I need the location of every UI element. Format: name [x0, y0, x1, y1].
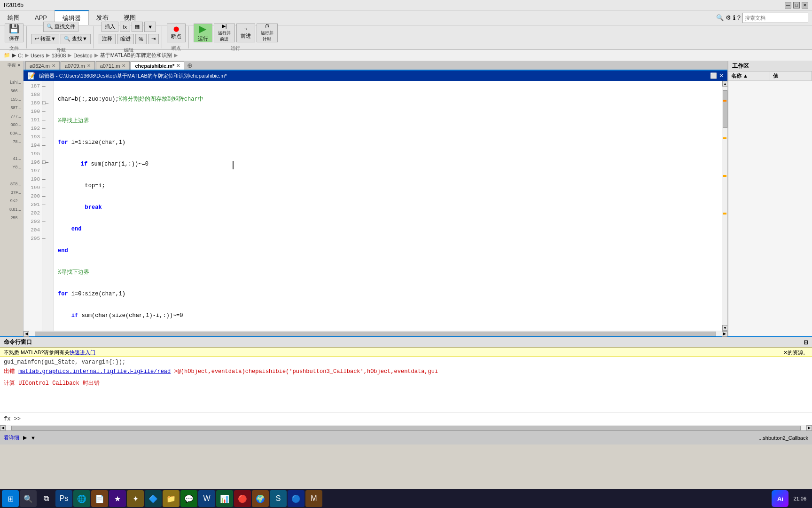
- comment2-button[interactable]: %: [135, 34, 147, 44]
- code-editor[interactable]: 187 188 189 190 191 192 193 194 195 196 …: [23, 81, 727, 331]
- close-button[interactable]: ✕: [802, 2, 808, 8]
- command-expand-button[interactable]: ⊡: [804, 339, 808, 346]
- taskbar-chat[interactable]: 💬: [180, 490, 197, 507]
- taskbar-taskview[interactable]: ⧉: [38, 490, 55, 507]
- editor-scrollbar[interactable]: ▲ ▼: [722, 81, 727, 331]
- editor-collapse-button[interactable]: ⬜: [710, 72, 717, 79]
- cmd-scroll-thumb[interactable]: [11, 426, 801, 430]
- status-detail-link[interactable]: 看详细: [4, 434, 19, 441]
- breadcrumb-desktop[interactable]: Desktop: [73, 53, 92, 58]
- sidebar-label-78: 78...: [0, 137, 23, 146]
- tab-a0711[interactable]: a0711.m ✕: [96, 61, 130, 70]
- command-info-text2: 的资源。: [788, 349, 808, 356]
- breadcrumb-c[interactable]: C:: [18, 53, 23, 58]
- taskbar-docs[interactable]: 📄: [91, 490, 108, 507]
- search-input[interactable]: [742, 13, 808, 23]
- cmd-error-link[interactable]: matlab.graphics.internal.figfile.FigFile…: [18, 368, 171, 375]
- editor-close-title-button[interactable]: ✕: [719, 72, 724, 79]
- scrollbar-thumb[interactable]: [723, 90, 727, 128]
- code-content[interactable]: char=b(:,zuo:you);%将分割好的图存放到矩阵char中 %寻找上…: [54, 81, 722, 331]
- taskbar-app4[interactable]: 🔵: [288, 490, 304, 507]
- taskbar-excel[interactable]: 📊: [216, 490, 233, 507]
- command-info-link[interactable]: 快速进入门: [70, 349, 95, 356]
- tab-label-a0624: a0624.m: [30, 63, 50, 69]
- command-input[interactable]: [23, 416, 808, 422]
- options-button[interactable]: ▼: [144, 22, 156, 32]
- taskbar-app2[interactable]: 🔴: [234, 490, 251, 507]
- indent2-button[interactable]: ⇥: [148, 34, 159, 44]
- breadcrumb-project[interactable]: 基于MATLAB的车牌定位和识别: [100, 52, 172, 59]
- scroll-up-arrow[interactable]: ▲: [722, 81, 727, 87]
- insert-button[interactable]: 插入: [102, 22, 118, 32]
- status-right: ...shbutton2_Callback: [758, 435, 808, 441]
- h-scroll-thumb[interactable]: [35, 332, 716, 336]
- indent-button[interactable]: 缩进: [117, 34, 134, 44]
- help-icon[interactable]: 🔍: [716, 14, 724, 21]
- close-tab-a0624[interactable]: ✕: [52, 63, 55, 68]
- cmd-scroll-left[interactable]: ◀: [0, 425, 6, 431]
- breadcrumb-13608[interactable]: 13608: [52, 53, 66, 58]
- workspace-col-value[interactable]: 值: [770, 71, 812, 80]
- horizontal-scrollbar[interactable]: ◀ ▶: [23, 331, 727, 336]
- start-button[interactable]: ⊞: [2, 490, 19, 507]
- close-tab-a0711[interactable]: ✕: [122, 63, 125, 68]
- taskbar-chrome[interactable]: 🌍: [252, 490, 269, 507]
- breakpoint-button[interactable]: ⬤ 断点: [167, 24, 186, 42]
- run-time-button[interactable]: ⏱ 运行并计时: [257, 24, 278, 42]
- fx-button[interactable]: fx: [120, 22, 131, 32]
- format-button[interactable]: ▦: [132, 22, 143, 32]
- add-tab-button[interactable]: ⊕: [185, 62, 195, 69]
- tab-a0709[interactable]: a0709.m ✕: [61, 61, 95, 70]
- settings-icon[interactable]: ⚙: [726, 14, 731, 21]
- code-line-192: break: [58, 203, 718, 212]
- command-content[interactable]: gui_mainfcn(gui_State, varargin{:}); 出错 …: [0, 357, 812, 413]
- tab-a0624[interactable]: a0624.m ✕: [25, 61, 60, 70]
- toolbar-group-breakpoint: ⬤ 断点 断点: [164, 26, 189, 48]
- h-scroll-left[interactable]: ◀: [23, 331, 29, 337]
- taskbar-app3[interactable]: S: [270, 490, 287, 507]
- toolbar-row-file: 💾 保存: [5, 24, 23, 42]
- workspace-col-name[interactable]: 名称 ▲: [728, 71, 770, 80]
- breadcrumb-users[interactable]: Users: [31, 53, 44, 58]
- taskbar-star[interactable]: ★: [109, 490, 126, 507]
- tab-chepaishibie[interactable]: chepaishibie.m* ✕: [131, 61, 184, 70]
- command-info-close[interactable]: ✕: [783, 349, 788, 356]
- taskbar-browser[interactable]: 🌐: [73, 490, 90, 507]
- minimize-button[interactable]: —: [785, 2, 791, 8]
- taskbar-word[interactable]: W: [198, 490, 215, 507]
- menu-item-draw[interactable]: 绘图: [0, 10, 27, 25]
- workspace-columns: 名称 ▲ 值: [728, 71, 812, 81]
- maximize-button[interactable]: □: [793, 2, 800, 8]
- editor-tabs-bar: a0624.m ✕ a0709.m ✕ a0711.m ✕ chepaishib…: [23, 61, 727, 71]
- question-icon[interactable]: ?: [737, 14, 741, 21]
- close-tab-chepaishibie[interactable]: ✕: [176, 63, 180, 68]
- advance-button[interactable]: → 前进: [236, 24, 255, 42]
- info-icon[interactable]: ℹ: [733, 14, 735, 21]
- run-button[interactable]: ▶ 运行: [194, 24, 212, 42]
- close-tab-a0709[interactable]: ✕: [87, 63, 91, 68]
- sidebar-label-41: 41...: [0, 154, 23, 163]
- taskbar-search[interactable]: 🔍: [20, 490, 37, 507]
- save-button[interactable]: 💾 保存: [5, 24, 23, 42]
- comment-button[interactable]: 注释: [99, 34, 116, 44]
- cmd-scroll-right[interactable]: ▶: [806, 425, 812, 431]
- status-expand[interactable]: ▼: [31, 435, 36, 441]
- sidebar-label-777: 777...: [0, 112, 23, 120]
- find-file-button[interactable]: 🔍 查找文件: [43, 22, 78, 32]
- taskbar-app1[interactable]: 🔷: [145, 490, 162, 507]
- sidebar-label-library[interactable]: 字库 ▼: [0, 61, 23, 70]
- taskbar-matlab-icon[interactable]: ✦: [127, 490, 144, 507]
- scroll-down-arrow[interactable]: ▼: [722, 325, 727, 331]
- goto-button[interactable]: ↩ 转至▼: [31, 34, 59, 44]
- editor-title-bar: 📝 编辑器 - C:\Users\13608\Desktop\基于MATLAB的…: [23, 71, 727, 81]
- taskbar-matlab2[interactable]: M: [305, 490, 322, 507]
- line-indicators: — □— — — — — — □— — — — — — — —: [42, 81, 54, 331]
- h-scroll-right[interactable]: ▶: [722, 331, 727, 337]
- taskbar-explorer[interactable]: 📁: [163, 490, 180, 507]
- cmd-h-scrollbar[interactable]: ◀ ▶: [0, 425, 812, 430]
- editor-icon: 📝: [27, 72, 35, 79]
- find-button[interactable]: 🔍 查找▼: [61, 34, 91, 44]
- ai-button[interactable]: Ai: [772, 490, 789, 507]
- taskbar-ps[interactable]: Ps: [55, 490, 72, 507]
- run-advance-button[interactable]: ▶| 运行并前进: [214, 24, 235, 42]
